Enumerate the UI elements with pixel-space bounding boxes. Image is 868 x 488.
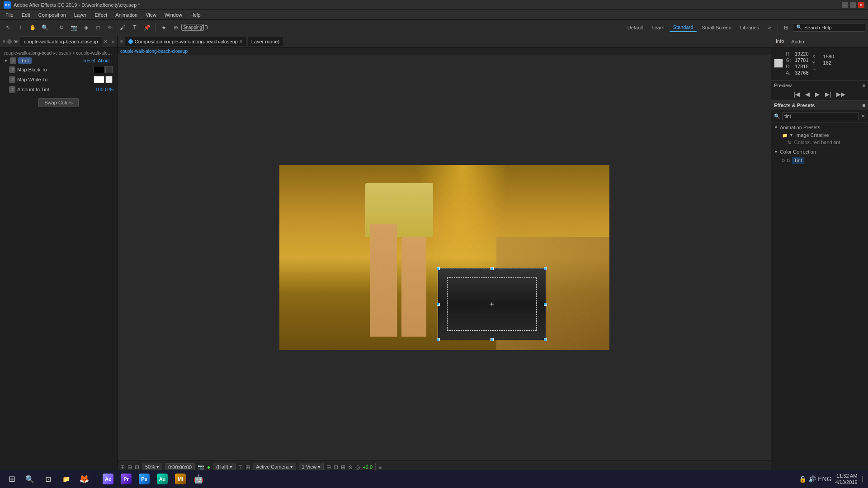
map-white-swatch[interactable]: [94, 76, 104, 83]
taskbar-explorer[interactable]: 📁: [58, 471, 74, 487]
preview-prev-button[interactable]: ◀: [803, 90, 811, 99]
tool-zoom[interactable]: 🔍: [39, 22, 50, 33]
amount-value[interactable]: 100.0 %: [95, 87, 113, 92]
map-white-swatch2[interactable]: [105, 76, 113, 83]
start-button[interactable]: ⊞: [4, 471, 20, 487]
effect-controls-tab[interactable]: couple-walk-along-beach-closeup: [20, 37, 102, 46]
tint-effect-item[interactable]: Tint: [792, 157, 804, 164]
preview-next-button[interactable]: ▶|: [823, 90, 833, 99]
vc-icon6[interactable]: ⊞: [341, 464, 345, 470]
close-button[interactable]: ✕: [858, 2, 864, 8]
color-correction-header[interactable]: ▼ Color Correction: [771, 148, 868, 156]
amount-stopwatch[interactable]: ⏱: [9, 86, 15, 93]
handle-tl[interactable]: [437, 267, 440, 270]
image-creative-item[interactable]: 📁 ▼ Image Creative: [771, 131, 868, 139]
vc-icon8[interactable]: ◎: [355, 464, 360, 470]
menu-file[interactable]: File: [2, 11, 17, 19]
preview-settings-icon[interactable]: ≡: [863, 83, 865, 88]
tint-effect-row[interactable]: ▼ f Tint Reset About...: [2, 56, 115, 65]
workspace-more[interactable]: »: [764, 22, 775, 33]
tool-text[interactable]: T: [129, 22, 140, 33]
volume-icon[interactable]: 🔊: [808, 475, 816, 483]
tool-null[interactable]: ◈: [80, 22, 91, 33]
tool-select[interactable]: ↖: [3, 22, 14, 33]
menu-layer[interactable]: Layer: [71, 11, 90, 19]
comp-panel-hamburger[interactable]: ≡: [120, 39, 123, 44]
menu-window[interactable]: Window: [161, 11, 186, 19]
vc-icon4[interactable]: ⊟: [326, 464, 331, 470]
minimize-button[interactable]: ─: [842, 2, 848, 8]
preview-first-button[interactable]: |◀: [792, 90, 802, 99]
taskbar-firefox[interactable]: 🦊: [76, 471, 92, 487]
vc-icon-grid[interactable]: ⊟: [127, 464, 132, 470]
preview-last-button[interactable]: ▶▶: [835, 90, 847, 99]
tool-brush[interactable]: 🖌: [117, 22, 128, 33]
workspace-default[interactable]: Default: [624, 23, 647, 32]
menu-edit[interactable]: Edit: [18, 11, 34, 19]
vc-icon2[interactable]: ⊡: [238, 464, 243, 470]
effects-search-input[interactable]: [782, 112, 859, 120]
show-desktop-button[interactable]: │: [861, 476, 865, 482]
workspace-libraries[interactable]: Libraries: [736, 23, 763, 32]
comp-panel-tab[interactable]: Composition couple-walk-along-beach-clos…: [125, 37, 246, 46]
taskbar-taskview[interactable]: ⊡: [40, 471, 56, 487]
tool-star[interactable]: ★: [158, 22, 169, 33]
vc-icon3[interactable]: ⊞: [245, 464, 250, 470]
workspace-standard[interactable]: Standard: [670, 23, 697, 32]
handle-bm[interactable]: [491, 338, 494, 341]
vc-icon7[interactable]: ⊗: [348, 464, 353, 470]
tool-hand[interactable]: ✋: [27, 22, 38, 33]
handle-mr[interactable]: [544, 303, 547, 306]
effect-vis-icon[interactable]: f: [10, 57, 16, 64]
handle-ml[interactable]: [437, 303, 440, 306]
map-black-swatch[interactable]: [94, 66, 104, 73]
map-white-stopwatch[interactable]: ⏱: [9, 76, 15, 83]
taskbar-search[interactable]: 🔍: [22, 471, 38, 487]
comp-viewer[interactable]: [118, 55, 771, 460]
taskbar-au[interactable]: Au: [154, 471, 170, 487]
colorize-red-item[interactable]: fx Coloriz..red hand tint: [771, 139, 868, 146]
taskbar-datetime[interactable]: 11:32 AM 4/13/2019: [835, 473, 858, 486]
taskbar-ps[interactable]: Ps: [136, 471, 152, 487]
taskbar-ae[interactable]: Ae: [100, 471, 116, 487]
vc-icon5[interactable]: ⊡: [334, 464, 338, 470]
comp-tab-close[interactable]: ≡: [240, 39, 242, 44]
vc-green-dot[interactable]: ●: [207, 464, 210, 470]
tool-camera[interactable]: 📷: [68, 22, 79, 33]
workspace-learn[interactable]: Learn: [648, 23, 668, 32]
menu-animation[interactable]: Animation: [112, 11, 141, 19]
handle-tr[interactable]: [544, 267, 547, 270]
tool-pin[interactable]: 📌: [142, 22, 152, 33]
panel-close-button[interactable]: ✕: [104, 38, 108, 45]
animation-presets-header[interactable]: ▼ Animation Presets: [771, 123, 868, 131]
panel-hamburger[interactable]: ≡: [3, 39, 5, 44]
vc-icon9[interactable]: ≡: [378, 464, 382, 470]
taskbar-pr[interactable]: Pr: [118, 471, 134, 487]
tint-item-row[interactable]: fx fx Tint: [771, 156, 868, 165]
swap-colors-button[interactable]: Swap Colors: [38, 98, 78, 107]
handle-bl[interactable]: [437, 338, 440, 341]
preview-play-button[interactable]: ▶: [813, 90, 821, 99]
workspace-smallscreen[interactable]: Small Screen: [698, 23, 735, 32]
taskbar-robot[interactable]: 🤖: [190, 471, 207, 487]
tool-snap[interactable]: Snapping: [187, 22, 198, 33]
tab-audio[interactable]: Audio: [789, 38, 806, 45]
effect-about-button[interactable]: About...: [98, 58, 113, 63]
menu-composition[interactable]: Composition: [35, 11, 70, 19]
effects-search-clear[interactable]: ✕: [861, 113, 865, 119]
menu-effect[interactable]: Effect: [91, 11, 111, 19]
menu-help[interactable]: Help: [187, 11, 204, 19]
tool-select2[interactable]: ↕: [15, 22, 26, 33]
handle-tm[interactable]: [491, 267, 494, 270]
map-black-stopwatch[interactable]: ⏱: [9, 66, 15, 73]
vc-icon-preview[interactable]: ⊞: [120, 464, 125, 470]
toolbar-grid[interactable]: ⊞: [781, 22, 792, 33]
tool-pen[interactable]: ✏: [105, 22, 116, 33]
network-icon[interactable]: 🔒: [799, 475, 807, 483]
menu-view[interactable]: View: [142, 11, 160, 19]
vc-icon-rulers[interactable]: ⊡: [135, 464, 139, 470]
search-input[interactable]: [804, 25, 862, 30]
tab-info[interactable]: Info: [774, 38, 786, 45]
effects-presets-settings[interactable]: ≡: [863, 103, 865, 108]
tool-3d[interactable]: 3D: [199, 22, 210, 33]
